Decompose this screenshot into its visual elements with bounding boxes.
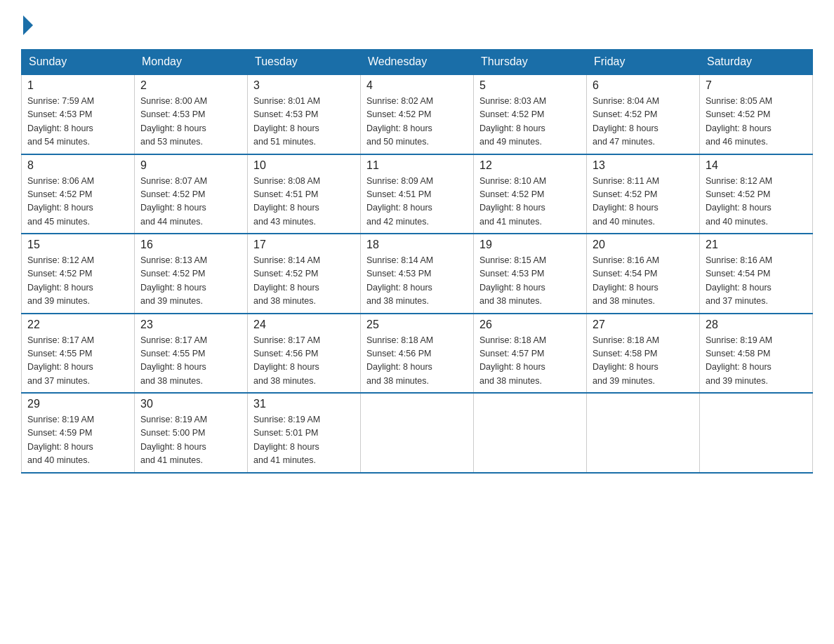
calendar-day-cell: 13 Sunrise: 8:11 AMSunset: 4:52 PMDaylig… (587, 154, 700, 234)
calendar-day-cell: 3 Sunrise: 8:01 AMSunset: 4:53 PMDayligh… (248, 74, 361, 154)
day-info: Sunrise: 8:19 AMSunset: 5:01 PMDaylight:… (253, 413, 355, 468)
calendar-day-cell: 28 Sunrise: 8:19 AMSunset: 4:58 PMDaylig… (700, 314, 813, 394)
calendar-day-cell: 20 Sunrise: 8:16 AMSunset: 4:54 PMDaylig… (587, 234, 700, 314)
calendar-table: SundayMondayTuesdayWednesdayThursdayFrid… (21, 49, 813, 474)
day-info: Sunrise: 8:09 AMSunset: 4:51 PMDaylight:… (366, 175, 468, 229)
calendar-day-cell: 14 Sunrise: 8:12 AMSunset: 4:52 PMDaylig… (700, 154, 813, 234)
calendar-day-cell: 6 Sunrise: 8:04 AMSunset: 4:52 PMDayligh… (587, 74, 700, 154)
day-number: 25 (366, 318, 468, 331)
logo (21, 14, 35, 35)
calendar-day-cell: 2 Sunrise: 8:00 AMSunset: 4:53 PMDayligh… (135, 74, 248, 154)
day-number: 5 (479, 79, 581, 92)
day-number: 27 (593, 318, 694, 331)
calendar-day-cell: 21 Sunrise: 8:16 AMSunset: 4:54 PMDaylig… (700, 234, 813, 314)
day-info: Sunrise: 8:14 AMSunset: 4:52 PMDaylight:… (253, 254, 355, 309)
calendar-day-cell: 4 Sunrise: 8:02 AMSunset: 4:52 PMDayligh… (361, 74, 474, 154)
day-info: Sunrise: 8:16 AMSunset: 4:54 PMDaylight:… (706, 254, 807, 309)
calendar-week-row: 22 Sunrise: 8:17 AMSunset: 4:55 PMDaylig… (22, 314, 813, 394)
calendar-day-cell: 1 Sunrise: 7:59 AMSunset: 4:53 PMDayligh… (22, 74, 135, 154)
day-number: 31 (253, 398, 355, 410)
day-of-week-header: Tuesday (248, 50, 361, 75)
day-info: Sunrise: 8:05 AMSunset: 4:52 PMDaylight:… (706, 95, 807, 149)
day-info: Sunrise: 8:04 AMSunset: 4:52 PMDaylight:… (593, 95, 694, 149)
day-info: Sunrise: 8:12 AMSunset: 4:52 PMDaylight:… (27, 254, 128, 309)
day-number: 22 (27, 318, 128, 331)
calendar-day-cell: 12 Sunrise: 8:10 AMSunset: 4:52 PMDaylig… (474, 154, 587, 234)
day-number: 3 (253, 79, 355, 92)
day-info: Sunrise: 8:15 AMSunset: 4:53 PMDaylight:… (479, 254, 581, 309)
calendar-day-cell: 27 Sunrise: 8:18 AMSunset: 4:58 PMDaylig… (587, 314, 700, 394)
calendar-week-row: 29 Sunrise: 8:19 AMSunset: 4:59 PMDaylig… (22, 393, 813, 473)
calendar-day-cell: 23 Sunrise: 8:17 AMSunset: 4:55 PMDaylig… (135, 314, 248, 394)
day-info: Sunrise: 8:13 AMSunset: 4:52 PMDaylight:… (140, 254, 241, 309)
header (21, 14, 813, 35)
day-number: 11 (366, 159, 468, 172)
day-number: 19 (479, 239, 581, 251)
day-of-week-header: Saturday (700, 50, 813, 75)
day-info: Sunrise: 8:12 AMSunset: 4:52 PMDaylight:… (706, 175, 807, 229)
calendar-day-cell: 26 Sunrise: 8:18 AMSunset: 4:57 PMDaylig… (474, 314, 587, 394)
day-number: 9 (140, 159, 241, 172)
day-info: Sunrise: 8:16 AMSunset: 4:54 PMDaylight:… (593, 254, 694, 309)
day-number: 14 (706, 159, 807, 172)
calendar-day-cell: 5 Sunrise: 8:03 AMSunset: 4:52 PMDayligh… (474, 74, 587, 154)
day-number: 17 (253, 239, 355, 251)
day-number: 28 (706, 318, 807, 331)
calendar-week-row: 8 Sunrise: 8:06 AMSunset: 4:52 PMDayligh… (22, 154, 813, 234)
calendar-day-cell: 10 Sunrise: 8:08 AMSunset: 4:51 PMDaylig… (248, 154, 361, 234)
calendar-day-cell: 9 Sunrise: 8:07 AMSunset: 4:52 PMDayligh… (135, 154, 248, 234)
day-info: Sunrise: 8:14 AMSunset: 4:53 PMDaylight:… (366, 254, 468, 309)
day-number: 18 (366, 239, 468, 251)
day-info: Sunrise: 8:11 AMSunset: 4:52 PMDaylight:… (593, 175, 694, 229)
day-number: 24 (253, 318, 355, 331)
logo-triangle-icon (23, 15, 33, 35)
calendar-day-cell (587, 393, 700, 473)
calendar-day-cell: 18 Sunrise: 8:14 AMSunset: 4:53 PMDaylig… (361, 234, 474, 314)
day-info: Sunrise: 8:06 AMSunset: 4:52 PMDaylight:… (27, 175, 128, 229)
day-number: 30 (140, 398, 241, 410)
day-number: 1 (27, 79, 128, 92)
calendar-day-cell (474, 393, 587, 473)
calendar-week-row: 1 Sunrise: 7:59 AMSunset: 4:53 PMDayligh… (22, 74, 813, 154)
calendar-week-row: 15 Sunrise: 8:12 AMSunset: 4:52 PMDaylig… (22, 234, 813, 314)
day-info: Sunrise: 8:07 AMSunset: 4:52 PMDaylight:… (140, 175, 241, 229)
day-number: 21 (706, 239, 807, 251)
day-info: Sunrise: 8:03 AMSunset: 4:52 PMDaylight:… (479, 95, 581, 149)
day-info: Sunrise: 8:19 AMSunset: 4:59 PMDaylight:… (27, 413, 128, 468)
day-info: Sunrise: 8:01 AMSunset: 4:53 PMDaylight:… (253, 95, 355, 149)
day-number: 12 (479, 159, 581, 172)
day-of-week-header: Thursday (474, 50, 587, 75)
calendar-header-row: SundayMondayTuesdayWednesdayThursdayFrid… (22, 50, 813, 75)
calendar-day-cell: 22 Sunrise: 8:17 AMSunset: 4:55 PMDaylig… (22, 314, 135, 394)
day-of-week-header: Friday (587, 50, 700, 75)
day-info: Sunrise: 8:18 AMSunset: 4:56 PMDaylight:… (366, 334, 468, 389)
day-info: Sunrise: 8:17 AMSunset: 4:56 PMDaylight:… (253, 334, 355, 389)
day-number: 13 (593, 159, 694, 172)
calendar-day-cell: 11 Sunrise: 8:09 AMSunset: 4:51 PMDaylig… (361, 154, 474, 234)
day-info: Sunrise: 8:18 AMSunset: 4:58 PMDaylight:… (593, 334, 694, 389)
calendar-day-cell: 17 Sunrise: 8:14 AMSunset: 4:52 PMDaylig… (248, 234, 361, 314)
day-number: 15 (27, 239, 128, 251)
day-number: 4 (366, 79, 468, 92)
calendar-day-cell: 8 Sunrise: 8:06 AMSunset: 4:52 PMDayligh… (22, 154, 135, 234)
calendar-day-cell: 19 Sunrise: 8:15 AMSunset: 4:53 PMDaylig… (474, 234, 587, 314)
calendar-day-cell: 7 Sunrise: 8:05 AMSunset: 4:52 PMDayligh… (700, 74, 813, 154)
day-info: Sunrise: 8:18 AMSunset: 4:57 PMDaylight:… (479, 334, 581, 389)
calendar-day-cell: 25 Sunrise: 8:18 AMSunset: 4:56 PMDaylig… (361, 314, 474, 394)
calendar-day-cell: 30 Sunrise: 8:19 AMSunset: 5:00 PMDaylig… (135, 393, 248, 473)
day-number: 2 (140, 79, 241, 92)
day-number: 6 (593, 79, 694, 92)
day-number: 16 (140, 239, 241, 251)
day-number: 29 (27, 398, 128, 410)
day-of-week-header: Sunday (22, 50, 135, 75)
day-number: 23 (140, 318, 241, 331)
calendar-day-cell: 31 Sunrise: 8:19 AMSunset: 5:01 PMDaylig… (248, 393, 361, 473)
day-number: 20 (593, 239, 694, 251)
calendar-day-cell: 15 Sunrise: 8:12 AMSunset: 4:52 PMDaylig… (22, 234, 135, 314)
day-number: 8 (27, 159, 128, 172)
calendar-day-cell (700, 393, 813, 473)
day-info: Sunrise: 7:59 AMSunset: 4:53 PMDaylight:… (27, 95, 128, 149)
calendar-day-cell: 29 Sunrise: 8:19 AMSunset: 4:59 PMDaylig… (22, 393, 135, 473)
day-info: Sunrise: 8:17 AMSunset: 4:55 PMDaylight:… (27, 334, 128, 389)
day-of-week-header: Wednesday (361, 50, 474, 75)
